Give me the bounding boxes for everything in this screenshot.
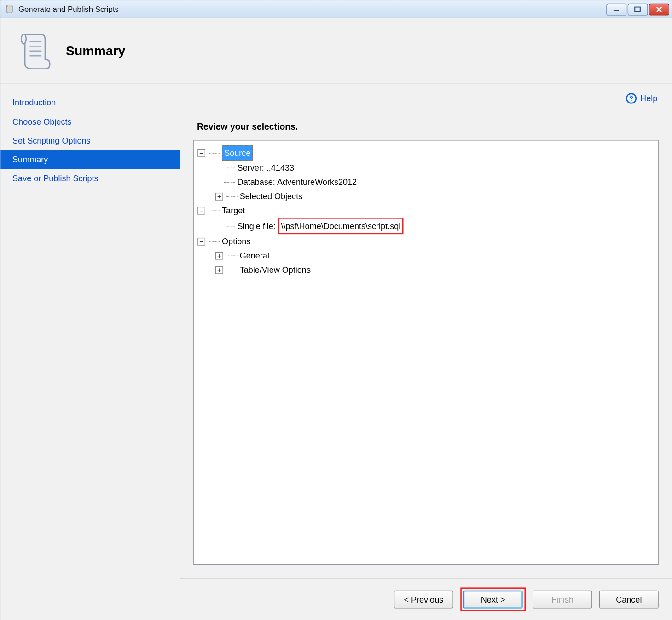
wizard-content: ? Help Review your selections. − Source <box>180 84 672 620</box>
tree-node-source[interactable]: − Source Server: .,41433 <box>197 145 655 203</box>
finish-button: Finish <box>533 590 592 608</box>
summary-tree-panel: − Source Server: .,41433 <box>193 140 659 565</box>
tree-value-single-file-path: \\psf\Home\Documents\script.sql <box>281 221 400 231</box>
collapse-icon[interactable]: − <box>197 207 205 214</box>
wizard-body: Introduction Choose Objects Set Scriptin… <box>0 84 672 620</box>
expand-icon[interactable]: + <box>215 266 223 274</box>
close-button[interactable] <box>649 3 669 15</box>
help-link[interactable]: ? Help <box>626 93 657 103</box>
collapse-icon[interactable]: − <box>197 149 205 157</box>
wizard-header: Summary <box>0 18 672 84</box>
tree-node-database[interactable]: Database: AdventureWorks2012 <box>215 175 655 189</box>
tree-node-single-file[interactable]: Single file: \\psf\Home\Documents\script… <box>215 218 655 234</box>
tree-label-options: Options <box>222 234 250 248</box>
sidebar-item-choose-objects[interactable]: Choose Objects <box>0 112 180 131</box>
wizard-window: Generate and Publish Scripts Sum <box>0 0 672 620</box>
expand-icon[interactable]: + <box>215 252 223 259</box>
tree-label-target: Target <box>222 203 245 218</box>
tree-node-tableview[interactable]: + Table/View Options <box>215 263 655 277</box>
tree-label-tableview: Table/View Options <box>240 263 311 277</box>
titlebar: Generate and Publish Scripts <box>0 0 672 18</box>
svg-rect-1 <box>635 7 640 11</box>
tree-node-selected-objects[interactable]: + Selected Objects <box>215 189 655 203</box>
window-title: Generate and Publish Scripts <box>18 5 606 13</box>
sidebar-item-summary[interactable]: Summary <box>0 150 180 169</box>
tree-node-general[interactable]: + General <box>215 248 655 263</box>
script-icon <box>17 30 54 71</box>
window-controls <box>606 3 669 15</box>
wizard-sidebar: Introduction Choose Objects Set Scriptin… <box>0 84 180 620</box>
previous-button[interactable]: < Previous <box>394 590 453 608</box>
app-icon <box>4 4 15 14</box>
cancel-button[interactable]: Cancel <box>599 590 659 608</box>
help-label: Help <box>640 94 657 103</box>
tree-label-database: Database: AdventureWorks2012 <box>238 175 357 189</box>
tree-label-source: Source <box>222 145 253 161</box>
expand-icon[interactable]: + <box>215 192 223 200</box>
highlight-single-file-path: \\psf\Home\Documents\script.sql <box>278 218 404 234</box>
tree-node-server[interactable]: Server: .,41433 <box>215 161 655 175</box>
maximize-button[interactable] <box>628 3 648 15</box>
collapse-icon[interactable]: − <box>197 237 205 245</box>
summary-tree: − Source Server: .,41433 <box>197 145 655 277</box>
wizard-footer: < Previous Next > Finish Cancel <box>180 578 672 620</box>
sidebar-item-save-or-publish[interactable]: Save or Publish Scripts <box>0 169 180 188</box>
tree-label-single-file: Single file: <box>238 219 276 233</box>
instruction-text: Review your selections. <box>197 121 672 132</box>
tree-node-target[interactable]: − Target Single file: <box>197 203 655 234</box>
page-title: Summary <box>66 43 125 58</box>
tree-label-server: Server: .,41433 <box>238 161 294 175</box>
sidebar-item-introduction[interactable]: Introduction <box>0 93 180 112</box>
tree-label-general: General <box>240 248 269 263</box>
sidebar-item-set-scripting-options[interactable]: Set Scripting Options <box>0 131 180 150</box>
svg-rect-0 <box>614 10 619 11</box>
help-icon: ? <box>626 93 637 103</box>
tree-label-selected-objects: Selected Objects <box>240 189 302 203</box>
minimize-button[interactable] <box>606 3 626 15</box>
tree-node-options[interactable]: − Options + General <box>197 234 655 277</box>
next-button[interactable]: Next > <box>463 590 523 608</box>
highlight-next-button: Next > <box>460 587 526 611</box>
